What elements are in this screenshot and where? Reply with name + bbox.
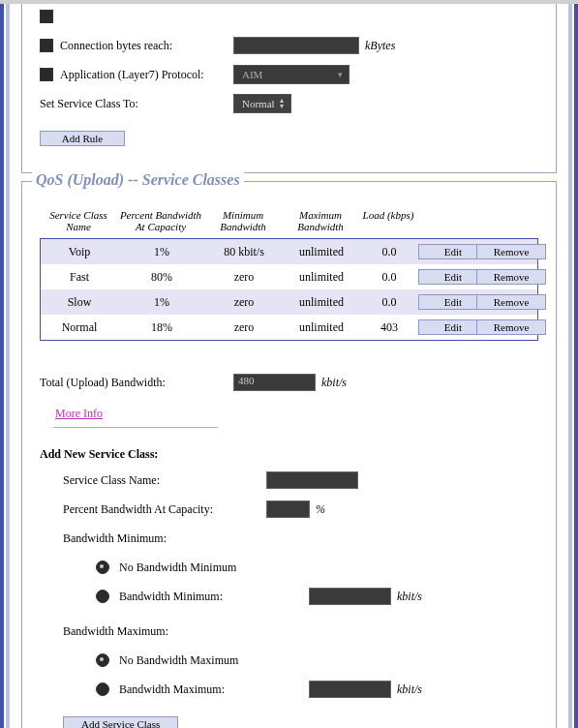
table-row: Slow 1% zero unlimited 0.0 Edit Remove: [41, 289, 537, 315]
bw-max-heading: Bandwidth Maximum:: [63, 624, 168, 639]
no-max-label: No Bandwidth Maximum: [119, 653, 238, 668]
more-info-link[interactable]: More Info: [55, 407, 103, 421]
set-class-select[interactable]: Normal ▴▾: [233, 94, 291, 113]
no-min-radio[interactable]: [96, 561, 109, 574]
max-input[interactable]: [309, 681, 391, 698]
remove-button[interactable]: Remove: [476, 319, 546, 335]
conn-bytes-unit: kBytes: [365, 39, 395, 53]
table-row: Voip 1% 80 kbit/s unlimited 0.0 Edit Rem…: [41, 239, 537, 264]
max-input-label: Bandwidth Maximum:: [119, 682, 225, 697]
divider: [53, 427, 218, 428]
chevron-down-icon: ▾: [335, 70, 345, 79]
pct-unit: %: [316, 502, 325, 517]
app-layer-select[interactable]: AIM ▾: [233, 65, 350, 84]
table-row: Fast 80% zero unlimited 0.0 Edit Remove: [41, 264, 537, 289]
min-unit: kbit/s: [397, 590, 422, 604]
total-bw-label: Total (Upload) Bandwidth:: [40, 376, 166, 389]
conn-bytes-input[interactable]: [233, 37, 359, 54]
max-unit: kbit/s: [397, 682, 422, 697]
no-max-radio[interactable]: [96, 653, 109, 667]
app-layer-checkbox[interactable]: [40, 68, 53, 81]
remove-button[interactable]: Remove: [476, 294, 546, 310]
pct-bw-input[interactable]: [266, 500, 310, 518]
updown-icon: ▴▾: [277, 98, 287, 109]
remove-button[interactable]: Remove: [476, 269, 546, 285]
add-service-class-button[interactable]: Add Service Class: [63, 716, 178, 728]
sc-name-label: Service Class Name:: [63, 473, 160, 487]
bw-min-heading: Bandwidth Minimum:: [63, 531, 167, 546]
total-bw-unit: kbit/s: [321, 376, 347, 390]
total-bw-input[interactable]: 480: [233, 374, 316, 391]
upload-legend: QoS (Upload) -- Service Classes: [32, 171, 244, 189]
conn-bytes-label: Connection bytes reach:: [60, 39, 172, 53]
sc-name-input[interactable]: [266, 471, 358, 489]
min-radio[interactable]: [96, 590, 109, 603]
set-class-label: Set Service Class To:: [40, 97, 138, 111]
min-input[interactable]: [309, 588, 391, 605]
add-sc-heading: Add New Service Class:: [40, 447, 538, 462]
remove-button[interactable]: Remove: [476, 244, 546, 259]
add-rule-button[interactable]: Add Rule: [40, 131, 125, 146]
pct-bw-label: Percent Bandwidth At Capacity:: [63, 502, 213, 516]
set-class-value: Normal: [242, 98, 275, 109]
app-layer-label: Application (Layer7) Protocol:: [60, 68, 204, 82]
service-class-table: Voip 1% 80 kbit/s unlimited 0.0 Edit Rem…: [40, 238, 538, 341]
transport-checkbox[interactable]: [40, 10, 53, 23]
table-row: Normal 18% zero unlimited 403 Edit Remov…: [41, 315, 537, 340]
min-input-label: Bandwidth Minimum:: [119, 590, 223, 604]
no-min-label: No Bandwidth Minimum: [119, 561, 236, 575]
table-header: Service Class Name Percent Bandwidth At …: [40, 205, 538, 238]
conn-bytes-checkbox[interactable]: [40, 39, 53, 52]
app-layer-value: AIM: [242, 69, 262, 80]
max-radio[interactable]: [96, 682, 109, 696]
